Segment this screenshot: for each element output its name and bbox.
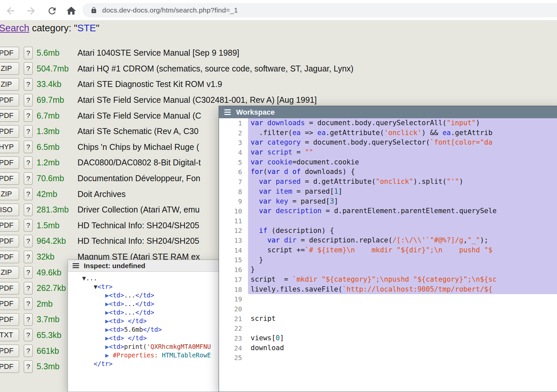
- help-button[interactable]: ?: [24, 360, 33, 373]
- help-button[interactable]: ?: [24, 282, 33, 294]
- tree-token: <td>: [109, 334, 124, 342]
- tree-node[interactable]: ▶<td>5.6mb</td>: [68, 325, 220, 334]
- tree-node[interactable]: </tr>: [68, 359, 220, 368]
- file-type-button[interactable]: PDF: [0, 251, 19, 263]
- address-bar[interactable]: docs.dev-docs.org/htm/search.php?find=_1: [82, 3, 557, 17]
- code-token: 0: [276, 334, 280, 342]
- line-number: 19: [219, 295, 248, 303]
- file-type-button[interactable]: ISO: [0, 204, 19, 216]
- reload-button[interactable]: [46, 4, 59, 17]
- file-title: Doit Archives: [77, 189, 126, 199]
- line-number: 5: [219, 158, 248, 166]
- file-type-button[interactable]: PDF: [0, 47, 19, 59]
- disclosure-triangle-icon[interactable]: ▶: [105, 334, 109, 342]
- tree-node[interactable]: ▶<td> </td>: [68, 334, 220, 342]
- help-button[interactable]: ?: [24, 266, 33, 279]
- tree-node[interactable]: ▶<td>...</td>: [68, 308, 220, 317]
- help-button[interactable]: ?: [24, 297, 33, 310]
- file-type-button[interactable]: PDF: [0, 94, 19, 106]
- tree-node[interactable]: ▶<td>...</td>: [68, 291, 220, 299]
- code-text: var downloads = document.body.querySelec…: [248, 118, 557, 128]
- help-button[interactable]: ?: [24, 141, 33, 153]
- file-type-button[interactable]: PDF: [0, 219, 19, 232]
- file-type-button[interactable]: PDF: [0, 297, 19, 310]
- file-type-button[interactable]: PDF: [0, 313, 19, 326]
- help-button[interactable]: ?: [24, 125, 33, 138]
- help-button[interactable]: ?: [24, 329, 33, 341]
- home-button[interactable]: [65, 4, 78, 17]
- code-token: [251, 207, 259, 215]
- file-type-button[interactable]: ZIP: [0, 188, 19, 200]
- help-button[interactable]: ?: [24, 204, 33, 216]
- code-line: 23views[0]: [219, 333, 557, 343]
- search-link[interactable]: Search: [0, 23, 29, 33]
- file-type-button[interactable]: ZIP: [0, 266, 19, 279]
- tree-node[interactable]: ▼<tr>: [68, 282, 220, 291]
- file-type-button[interactable]: PDF: [0, 282, 19, 294]
- code-token: }: [251, 266, 255, 273]
- code-text: var key = parsed[3]: [248, 197, 557, 207]
- disclosure-triangle-icon[interactable]: ▶: [105, 309, 109, 316]
- disclosure-triangle-icon[interactable]: ▶: [105, 292, 109, 299]
- disclosure-triangle-icon[interactable]: ▶: [105, 300, 109, 307]
- line-number: 8: [219, 188, 248, 196]
- lock-icon[interactable]: [90, 6, 97, 14]
- help-button[interactable]: ?: [24, 156, 33, 169]
- help-button[interactable]: ?: [24, 47, 33, 59]
- tree-node[interactable]: ▶<td>...</td>: [68, 299, 220, 308]
- disclosure-triangle-icon[interactable]: ▼: [94, 283, 97, 290]
- help-button[interactable]: ?: [24, 313, 33, 326]
- help-button[interactable]: ?: [24, 188, 33, 200]
- help-button[interactable]: ?: [24, 219, 33, 232]
- code-token: = document.body.querySelector(: [301, 138, 430, 146]
- menu-icon[interactable]: [73, 263, 79, 268]
- file-type-button[interactable]: PDF: [0, 156, 19, 169]
- file-type-button[interactable]: ZIP: [0, 78, 19, 91]
- file-size: 5.6mb: [37, 48, 76, 58]
- file-type-button[interactable]: HYP: [0, 141, 19, 153]
- file-type-button[interactable]: TXT: [0, 329, 19, 341]
- workspace-code[interactable]: 1var downloads = document.body.querySele…: [219, 118, 557, 392]
- disclosure-triangle-icon[interactable]: ▶: [105, 351, 113, 359]
- tree-node[interactable]: ▶ #Properties: HTMLTableRowE: [68, 351, 220, 359]
- code-token: = parsed[: [292, 187, 334, 195]
- help-button[interactable]: ?: [24, 345, 33, 357]
- inspector-tree[interactable]: ▼...▼<tr>▶<td>...</td>▶<td>...</td>▶<td>…: [68, 272, 220, 368]
- file-type-button[interactable]: PDF: [0, 360, 19, 373]
- forward-button[interactable]: [24, 4, 38, 17]
- help-button[interactable]: ?: [24, 251, 33, 263]
- line-number: 17: [219, 276, 248, 284]
- help-button[interactable]: ?: [24, 235, 33, 247]
- code-token: = document.body.querySelectorAll(: [305, 119, 447, 127]
- code-text: [248, 353, 557, 363]
- file-type-button[interactable]: PDF: [0, 125, 19, 138]
- tree-node[interactable]: ▶<td>print('QXRhcmkgMTA0MFNU: [68, 342, 220, 351]
- code-line: 8 var item = parsed[1]: [219, 187, 557, 197]
- tree-node[interactable]: ▼...: [68, 274, 220, 282]
- disclosure-triangle-icon[interactable]: ▶: [105, 326, 109, 333]
- help-button[interactable]: ?: [24, 109, 33, 122]
- workspace-titlebar[interactable]: Workspace: [219, 106, 557, 118]
- menu-icon[interactable]: [224, 109, 231, 115]
- disclosure-triangle-icon[interactable]: ▶: [105, 317, 109, 324]
- help-button[interactable]: ?: [24, 62, 33, 75]
- code-token: ]: [334, 197, 338, 205]
- code-text: var script = "": [248, 148, 557, 157]
- code-token: ea: [317, 129, 325, 137]
- file-type-button[interactable]: PDF: [0, 109, 19, 122]
- file-type-button[interactable]: PDF: [0, 172, 19, 185]
- file-title: HD Technical Info: SH204/SH205: [77, 221, 199, 230]
- file-type-button[interactable]: PDF: [0, 235, 19, 247]
- code-token: (description) {: [267, 227, 334, 235]
- help-button[interactable]: ?: [24, 94, 33, 106]
- inspector-titlebar[interactable]: Inspect: undefined: [68, 260, 220, 272]
- disclosure-triangle-icon[interactable]: ▼: [82, 274, 86, 282]
- back-button[interactable]: [4, 4, 17, 17]
- file-type-button[interactable]: ZIP: [0, 62, 19, 75]
- help-button[interactable]: ?: [24, 78, 33, 91]
- tree-node[interactable]: ▶<td> </td>: [68, 317, 220, 325]
- disclosure-triangle-icon[interactable]: ▶: [105, 343, 109, 350]
- code-line: 17script = `mkdir "${category}";\npushd …: [219, 275, 557, 285]
- file-type-button[interactable]: PDF: [0, 345, 19, 357]
- help-button[interactable]: ?: [24, 172, 33, 185]
